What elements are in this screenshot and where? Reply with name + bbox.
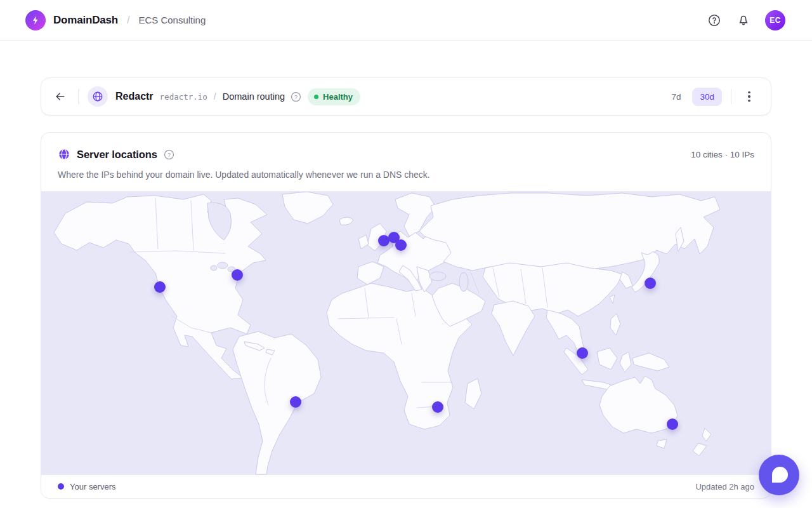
notifications-button[interactable] [736, 13, 751, 28]
svg-text:?: ? [167, 151, 171, 157]
legend-label: Your servers [70, 482, 116, 491]
range-button-7d[interactable]: 7d [664, 88, 688, 106]
domain-globe-icon [88, 86, 108, 107]
server-marker-6[interactable] [645, 277, 656, 289]
server-marker-9[interactable] [290, 396, 301, 408]
legend-dot [58, 483, 64, 490]
breadcrumb-separator: / [214, 91, 216, 102]
kebab-icon [748, 91, 750, 94]
section-help-button[interactable]: ? [290, 91, 301, 102]
question-circle-icon: ? [291, 91, 301, 102]
server-marker-2[interactable] [232, 269, 243, 281]
arrow-left-icon [54, 90, 67, 103]
globe-icon [58, 148, 70, 161]
server-marker-1[interactable] [154, 281, 166, 293]
brand-home-link[interactable]: DomainDash / ECS Consulting [25, 10, 206, 30]
chat-bubble-icon [772, 467, 788, 483]
card-subtitle: Where the IPs behind your domain live. U… [58, 170, 754, 180]
status-dot [314, 95, 318, 99]
domain-header-card: Redactr redactr.io / Domain routing ? He… [41, 77, 771, 116]
divider [78, 89, 79, 104]
status-badge: Healthy [308, 88, 360, 105]
updated-timestamp: Updated 2h ago [695, 482, 754, 491]
workspace-name: ECS Consulting [138, 15, 206, 25]
server-marker-8[interactable] [432, 401, 443, 413]
help-button[interactable] [707, 13, 722, 28]
bell-icon [737, 13, 750, 27]
brand-name: DomainDash [53, 14, 118, 27]
question-circle-icon: ? [164, 149, 174, 160]
status-label: Healthy [323, 92, 353, 102]
map-legend: Your servers [58, 482, 116, 491]
server-marker-7[interactable] [577, 347, 588, 359]
bolt-logo-icon [25, 10, 46, 30]
more-menu-button[interactable] [740, 88, 758, 105]
user-avatar[interactable]: EC [765, 10, 785, 30]
server-locations-card: Server locations ? 10 cities · 10 IPs Wh… [41, 132, 771, 498]
range-switcher: 7d30d [664, 88, 722, 106]
server-marker-5[interactable] [395, 239, 407, 251]
brand-separator: / [127, 15, 129, 26]
card-help-button[interactable]: ? [164, 149, 175, 160]
world-map [41, 191, 771, 474]
card-title: Server locations [77, 149, 157, 161]
top-bar: DomainDash / ECS Consulting EC [0, 0, 812, 41]
world-map-svg [41, 192, 771, 475]
divider [731, 89, 731, 104]
domain-name: Redactr [115, 91, 154, 102]
help-icon [707, 13, 721, 27]
cities-ips-stats: 10 cities · 10 IPs [691, 150, 754, 159]
svg-text:?: ? [294, 93, 298, 100]
domain-host: redactr.io [160, 92, 207, 102]
server-marker-10[interactable] [667, 418, 678, 430]
breadcrumb-section: Domain routing [223, 91, 285, 102]
chat-launcher-button[interactable] [759, 455, 799, 495]
range-button-30d[interactable]: 30d [692, 88, 722, 106]
back-button[interactable] [51, 88, 69, 105]
